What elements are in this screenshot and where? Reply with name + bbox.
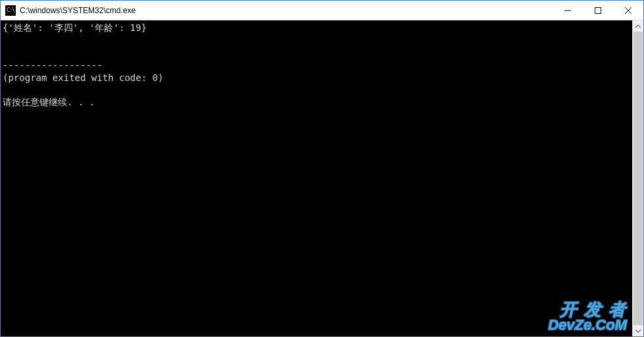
vertical-scrollbar[interactable] bbox=[632, 20, 643, 336]
svg-rect-1 bbox=[595, 7, 601, 13]
minimize-icon bbox=[564, 7, 571, 14]
window-icon: C:\ bbox=[5, 5, 16, 16]
terminal-output[interactable]: {'姓名': '李四', '年龄': 19} -----------------… bbox=[1, 20, 632, 336]
scrollbar-down-arrow[interactable] bbox=[633, 325, 643, 336]
close-button[interactable] bbox=[613, 1, 643, 20]
scrollbar-thumb[interactable] bbox=[633, 32, 643, 325]
maximize-icon bbox=[595, 7, 601, 14]
scrollbar-track[interactable] bbox=[633, 32, 643, 325]
titlebar[interactable]: C:\ C:\windows\SYSTEM32\cmd.exe bbox=[1, 1, 643, 20]
content-area: {'姓名': '李四', '年龄': 19} -----------------… bbox=[1, 20, 643, 336]
cmd-window: C:\ C:\windows\SYSTEM32\cmd.exe bbox=[0, 0, 644, 337]
window-title: C:\windows\SYSTEM32\cmd.exe bbox=[20, 6, 553, 15]
minimize-button[interactable] bbox=[553, 1, 583, 20]
close-icon bbox=[625, 7, 632, 14]
chevron-up-icon bbox=[635, 24, 641, 29]
chevron-down-icon bbox=[635, 328, 641, 334]
maximize-button[interactable] bbox=[583, 1, 613, 20]
window-controls bbox=[553, 1, 643, 20]
window-icon-label: C:\ bbox=[7, 7, 14, 13]
scrollbar-up-arrow[interactable] bbox=[633, 20, 643, 32]
